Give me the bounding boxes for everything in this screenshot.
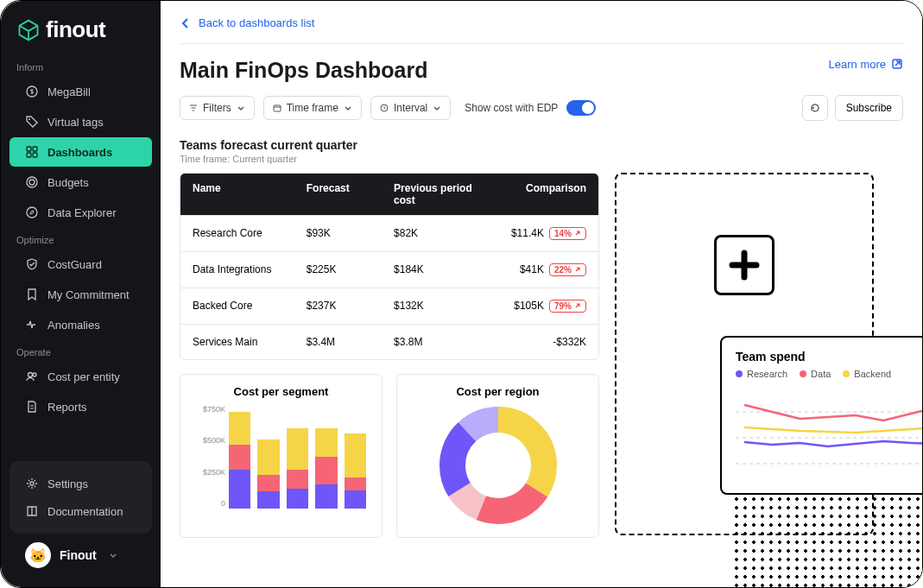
cell-prev: $82K: [394, 227, 481, 239]
th-comparison: Comparison: [481, 182, 586, 206]
cell-name: Services Main: [193, 336, 307, 348]
arrow-up-right-icon: [574, 230, 581, 237]
avatar: 🐱: [25, 542, 51, 568]
bar-group: [315, 405, 337, 509]
sidebar-item-costguard[interactable]: CostGuard: [9, 250, 152, 279]
sidebar-item-my-commitment[interactable]: My Commitment: [9, 280, 152, 309]
sidebar-item-anomalies[interactable]: Anomalies: [9, 310, 152, 339]
sidebar-item-documentation[interactable]: Documentation: [16, 497, 145, 525]
cell-prev: $132K: [394, 300, 481, 312]
legend-item: Research: [736, 369, 787, 379]
bar-segment: [315, 428, 337, 458]
back-link-text: Back to dashboards list: [199, 16, 314, 29]
sidebar-item-dashboards[interactable]: Dashboards: [9, 137, 152, 167]
bar-segment: [287, 428, 308, 470]
chevron-down-icon: [109, 551, 117, 560]
legend-dot: [843, 370, 850, 377]
bar-segment: [345, 433, 366, 477]
gear-icon: [25, 477, 39, 490]
toggle-label: Show cost with EDP: [465, 102, 558, 114]
sidebar-item-cost-per-entity[interactable]: Cost per entity: [9, 362, 152, 391]
interval-button[interactable]: Interval: [370, 96, 451, 120]
chevron-down-icon: [344, 104, 352, 112]
cell-prev: $184K: [394, 263, 481, 275]
forecast-title: Teams forecast current quarter: [180, 138, 903, 152]
bar-segment: [257, 439, 279, 476]
sidebar-item-reports[interactable]: Reports: [9, 392, 152, 421]
section-label: Optimize: [1, 228, 161, 249]
table-row[interactable]: Research Core$93K$82K$11.4K14%: [180, 215, 598, 251]
chevron-down-icon: [237, 104, 245, 112]
filter-icon: [189, 104, 198, 112]
th-forecast: Forecast: [307, 182, 394, 206]
learn-more-text: Learn more: [829, 58, 886, 71]
sidebar-item-settings[interactable]: Settings: [16, 470, 145, 497]
interval-label: Interval: [394, 102, 427, 114]
refresh-button[interactable]: [802, 95, 828, 121]
cell-comparison: $105K79%: [481, 300, 586, 313]
nav-label: MegaBill: [47, 85, 91, 98]
table-row[interactable]: Data Integrations$225K$184K$41K22%: [180, 251, 598, 288]
user-name: Finout: [60, 548, 97, 562]
bar-segment: [287, 470, 308, 489]
cell-name: Backed Core: [193, 300, 307, 312]
sidebar-item-budgets[interactable]: Budgets: [9, 168, 152, 197]
back-link[interactable]: Back to dashboards list: [180, 16, 314, 29]
divider: [180, 43, 903, 44]
legend-item: Data: [800, 369, 831, 379]
th-name: Name: [193, 182, 307, 206]
bar-group: [229, 405, 250, 509]
edp-toggle[interactable]: [566, 100, 596, 116]
pulse-icon: [25, 318, 39, 332]
learn-more-link[interactable]: Learn more: [829, 58, 903, 71]
cost-per-region-chart: Cost per region: [396, 374, 599, 538]
cell-forecast: $225K: [307, 263, 394, 275]
comparison-badge: 22%: [549, 263, 586, 276]
add-widget-button[interactable]: [714, 235, 774, 295]
legend-item: Backend: [843, 369, 891, 379]
timeframe-button[interactable]: Time frame: [263, 96, 362, 120]
file-icon: [25, 400, 39, 414]
nav-label: CostGuard: [47, 258, 102, 271]
bar-group: [345, 405, 366, 509]
arrow-left-icon: [180, 17, 192, 29]
subscribe-button[interactable]: Subscribe: [835, 95, 903, 121]
table-row[interactable]: Backed Core$237K$132K$105K79%: [180, 288, 598, 324]
page-title: Main FinOps Dashboard: [180, 58, 428, 83]
svg-rect-7: [33, 153, 37, 157]
timeframe-label: Time frame: [287, 102, 338, 114]
cell-prev: $3.8M: [394, 336, 481, 348]
sidebar-item-data-explorer[interactable]: Data Explorer: [9, 198, 152, 227]
cell-comparison: -$332K: [481, 336, 586, 348]
cell-name: Research Core: [193, 227, 307, 239]
forecast-subtitle: Time frame: Current quarter: [180, 154, 903, 164]
sidebar-item-megabill[interactable]: MegaBill: [9, 77, 152, 106]
team-spend-lines: [736, 386, 922, 481]
chevron-down-icon: [433, 104, 441, 112]
filters-label: Filters: [203, 102, 231, 114]
nav-label: Dashboards: [47, 146, 112, 159]
bar-segment: [287, 489, 308, 508]
bar-segment: [345, 477, 366, 490]
legend-dot: [736, 370, 743, 377]
users-icon: [25, 370, 39, 383]
logo: finout: [1, 16, 161, 55]
filters-button[interactable]: Filters: [180, 96, 255, 120]
bar-segment: [229, 412, 250, 445]
svg-rect-6: [27, 153, 31, 157]
svg-rect-5: [33, 147, 37, 151]
book-icon: [25, 504, 39, 518]
nav-label: Data Explorer: [47, 206, 116, 219]
clock-icon: [380, 104, 389, 112]
sidebar-item-virtual-tags[interactable]: Virtual tags: [9, 107, 152, 136]
section-label: Operate: [1, 340, 161, 361]
nav-label: Budgets: [47, 176, 89, 189]
sidebar-bottom-card: SettingsDocumentation: [9, 461, 152, 534]
comparison-badge: 79%: [549, 300, 586, 313]
nav-label: Virtual tags: [47, 116, 104, 129]
bar-segment: [229, 445, 250, 470]
user-row[interactable]: 🐱 Finout: [9, 534, 152, 568]
bar-segment: [257, 475, 279, 491]
table-row[interactable]: Services Main$3.4M$3.8M-$332K: [180, 324, 598, 359]
section-label: Inform: [1, 55, 161, 76]
